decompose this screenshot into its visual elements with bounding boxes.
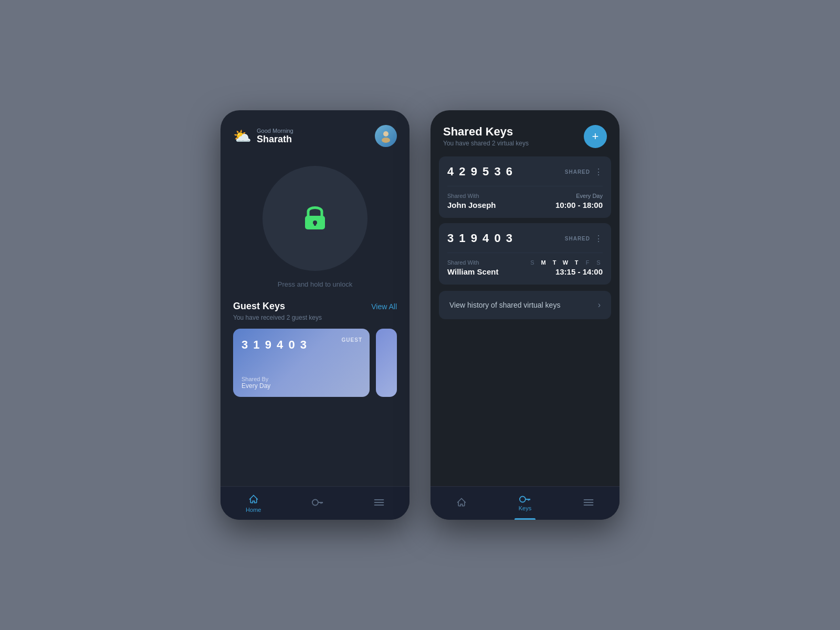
day-s1: S <box>528 259 537 266</box>
key-card-1: 4 2 9 5 3 6 SHARED ⋮ Shared With John Jo… <box>439 156 611 218</box>
day-w: W <box>561 259 570 266</box>
key-1-right: Every Day 10:00 - 18:00 <box>555 193 603 209</box>
card-shared-by-label: Shared By <box>242 376 270 382</box>
guest-card-number: 3 1 9 4 0 3 <box>242 338 308 352</box>
history-button[interactable]: View history of shared virtual keys › <box>439 291 611 319</box>
key-1-top-right: SHARED ⋮ <box>565 167 603 177</box>
right-phone: Shared Keys You have shared 2 virtual ke… <box>430 110 620 520</box>
right-nav-item-home[interactable] <box>456 497 467 510</box>
add-key-button[interactable]: + <box>584 125 607 148</box>
nav-item-home[interactable]: Home <box>246 494 261 513</box>
avatar-image <box>375 125 397 147</box>
right-nav-keys-label: Keys <box>519 505 531 511</box>
key-2-badge: SHARED <box>565 236 590 242</box>
right-home-icon <box>456 497 467 508</box>
right-nav-item-keys[interactable]: Keys <box>519 496 531 511</box>
key-2-menu-button[interactable]: ⋮ <box>594 234 603 244</box>
key-2-bottom: Shared With William Scent S M T W T F S … <box>447 259 603 276</box>
nav-item-menu[interactable] <box>374 498 384 509</box>
key-1-bottom: Shared With John Joseph Every Day 10:00 … <box>447 193 603 209</box>
card-bottom: Shared By Every Day <box>242 376 361 390</box>
key-1-left: Shared With John Joseph <box>447 193 496 209</box>
key-1-number: 4 2 9 5 3 6 <box>447 165 513 178</box>
spacer <box>430 326 620 486</box>
key-2-shared-label: Shared With <box>447 259 498 266</box>
nav-active-indicator <box>514 518 536 520</box>
key-2-divider <box>447 253 603 253</box>
good-morning-text: Good Morning <box>257 128 293 134</box>
key-2-left: Shared With William Scent <box>447 259 498 276</box>
chevron-right-icon: › <box>598 300 601 310</box>
right-header: Shared Keys You have shared 2 virtual ke… <box>430 110 620 156</box>
key-card-1-top: 4 2 9 5 3 6 SHARED ⋮ <box>447 165 603 178</box>
history-section: View history of shared virtual keys › <box>430 285 620 326</box>
guest-cards-row: 3 1 9 4 0 3 GUEST Shared By Every Day <box>233 329 397 397</box>
left-header: ⛅ Good Morning Sharath <box>220 110 410 155</box>
guest-keys-subtitle: You have received 2 guest keys <box>233 314 397 321</box>
day-f: F <box>583 259 592 266</box>
right-bottom-nav: Keys <box>430 486 620 520</box>
key-2-number: 3 1 9 4 0 3 <box>447 232 513 245</box>
key-card-2-top: 3 1 9 4 0 3 SHARED ⋮ <box>447 232 603 245</box>
nav-home-label: Home <box>246 507 261 513</box>
lock-circle[interactable] <box>262 166 368 271</box>
home-icon <box>248 494 259 505</box>
section-header: Guest Keys View All <box>233 301 397 312</box>
right-nav-item-menu[interactable] <box>583 498 594 509</box>
guest-card-1[interactable]: 3 1 9 4 0 3 GUEST Shared By Every Day <box>233 329 370 397</box>
day-s2: S <box>594 259 603 266</box>
key-1-divider <box>447 186 603 186</box>
right-header-text: Shared Keys You have shared 2 virtual ke… <box>443 125 529 147</box>
lock-container[interactable]: Press and hold to unlock <box>220 155 410 301</box>
svg-point-1 <box>382 138 390 143</box>
shared-keys-title: Shared Keys <box>443 125 529 139</box>
left-phone: ⛅ Good Morning Sharath <box>220 110 410 520</box>
day-m: M <box>539 259 548 266</box>
key-1-badge: SHARED <box>565 169 590 175</box>
right-menu-icon <box>583 498 594 507</box>
guest-card-peek <box>376 329 397 397</box>
guest-card-badge: GUEST <box>342 337 362 343</box>
key-1-menu-button[interactable]: ⋮ <box>594 167 603 177</box>
greeting-block: Good Morning Sharath <box>257 128 293 145</box>
svg-rect-4 <box>314 223 316 226</box>
key-1-schedule: Every Day <box>555 193 603 199</box>
guest-keys-section: Guest Keys View All You have received 2 … <box>220 301 410 486</box>
menu-icon <box>374 498 384 507</box>
svg-point-0 <box>383 131 388 136</box>
key-2-shared-name: William Scent <box>447 267 498 276</box>
shared-keys-subtitle: You have shared 2 virtual keys <box>443 140 529 147</box>
key-1-time: 10:00 - 18:00 <box>555 201 603 209</box>
header-left: ⛅ Good Morning Sharath <box>233 128 293 145</box>
key-2-time: 13:15 - 14:00 <box>528 267 603 276</box>
history-text: View history of shared virtual keys <box>449 301 560 309</box>
key-1-shared-name: John Joseph <box>447 201 496 209</box>
svg-point-12 <box>520 496 526 502</box>
key-2-right: S M T W T F S 13:15 - 14:00 <box>528 259 603 276</box>
card-shared-by-value: Every Day <box>242 382 270 390</box>
nav-item-keys[interactable] <box>312 499 323 508</box>
view-all-button[interactable]: View All <box>371 302 397 311</box>
key-2-top-right: SHARED ⋮ <box>565 234 603 244</box>
press-hold-text: Press and hold to unlock <box>278 280 352 288</box>
left-bottom-nav: Home <box>220 486 410 520</box>
days-of-week: S M T W T F S <box>528 259 603 266</box>
lock-icon <box>297 200 333 237</box>
svg-point-5 <box>312 499 318 505</box>
key-icon <box>312 499 323 506</box>
user-name-text: Sharath <box>257 134 293 145</box>
key-1-shared-label: Shared With <box>447 193 496 199</box>
weather-icon: ⛅ <box>233 128 251 145</box>
right-key-icon <box>519 496 531 503</box>
day-t1: T <box>550 259 559 266</box>
guest-keys-title: Guest Keys <box>233 301 285 312</box>
avatar-person-icon <box>379 129 393 143</box>
day-t2: T <box>572 259 581 266</box>
keys-list: 4 2 9 5 3 6 SHARED ⋮ Shared With John Jo… <box>430 156 620 285</box>
avatar[interactable] <box>375 125 397 147</box>
key-card-2: 3 1 9 4 0 3 SHARED ⋮ Shared With William… <box>439 223 611 285</box>
